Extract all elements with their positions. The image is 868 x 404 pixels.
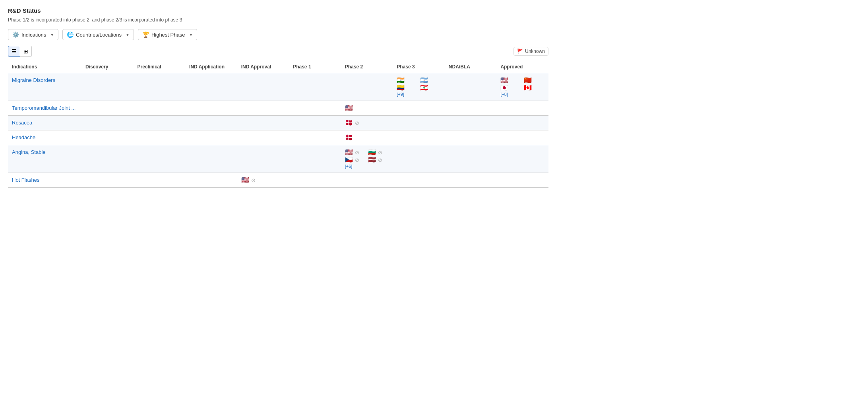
phase3-cell — [393, 101, 445, 116]
ind-application-cell — [185, 173, 237, 188]
phase2-cell — [341, 73, 393, 101]
indication-link[interactable]: Rosacea — [12, 120, 32, 126]
indication-link[interactable]: Headache — [12, 134, 35, 140]
table-row: Angina, Stable 🇺🇸 ⊘ 🇧🇬 ⊘ — [8, 145, 548, 173]
phase1-cell — [289, 73, 341, 101]
indication-link[interactable]: Temporomandibular Joint ... — [12, 105, 76, 111]
flag-item: 🇺🇸 — [500, 77, 521, 84]
ind-approval-cell — [237, 145, 289, 173]
preclinical-cell — [134, 145, 186, 173]
preclinical-cell — [134, 101, 186, 116]
phase1-cell — [289, 145, 341, 173]
filter-icon: 🏆 — [142, 31, 149, 38]
blocked-icon: ⊘ — [378, 157, 382, 163]
indication-cell: Temporomandibular Joint ... — [8, 101, 81, 116]
rd-status-table: Indications Discovery Preclinical IND Ap… — [8, 61, 548, 188]
table-row: Hot Flashes 🇺🇸 ⊘ — [8, 173, 548, 188]
filter-highest-phase[interactable]: 🏆 Highest Phase ▼ — [138, 29, 197, 40]
more-approved-link[interactable]: [+8] — [500, 92, 544, 97]
grid-view-button[interactable]: ⊞ — [20, 46, 32, 57]
indication-cell: Hot Flashes — [8, 173, 81, 188]
flag-icon: 🚩 — [517, 49, 523, 54]
phase1-cell — [289, 116, 341, 130]
nda-cell — [445, 130, 497, 145]
flags-container: 🇮🇳 🇦🇷 🇨🇴 🇱🇧 — [397, 77, 441, 91]
nda-cell — [445, 116, 497, 130]
page-title: R&D Status — [8, 7, 548, 14]
phase3-cell: 🇮🇳 🇦🇷 🇨🇴 🇱🇧 [+9] — [393, 73, 445, 101]
toolbar: ☰ ⊞ 🚩 Unknown — [8, 46, 548, 57]
filter-indications[interactable]: ⚙️ Indications ▼ — [8, 29, 58, 40]
approved-cell — [496, 173, 548, 188]
flag-item: 🇺🇸 ⊘ — [345, 149, 366, 155]
flags-container: 🇩🇰 — [345, 134, 389, 141]
col-preclinical: Preclinical — [134, 61, 186, 73]
flag-item: 🇦🇷 — [420, 77, 441, 84]
flags-container: 🇺🇸 ⊘ 🇧🇬 ⊘ 🇨🇿 ⊘ 🇱🇻 — [345, 149, 389, 163]
flag-india: 🇮🇳 — [397, 77, 405, 84]
ind-approval-cell: 🇺🇸 ⊘ — [237, 173, 289, 188]
view-toggle-group: ☰ ⊞ — [8, 46, 32, 57]
filter-highest-phase-label: Highest Phase — [151, 32, 185, 38]
flag-denmark: 🇩🇰 — [345, 120, 354, 126]
approved-flags-container: 🇺🇸 🇨🇳 🇯🇵 🇨🇦 — [500, 77, 544, 91]
blocked-icon: ⊘ — [378, 150, 382, 155]
indication-cell: Headache — [8, 130, 81, 145]
approved-cell — [496, 145, 548, 173]
flag-canada: 🇨🇦 — [524, 85, 533, 91]
grid-icon: ⊞ — [23, 48, 28, 54]
flag-item: 🇨🇳 — [524, 77, 544, 84]
col-phase3: Phase 3 — [393, 61, 445, 73]
table-row: Temporomandibular Joint ... 🇺🇸 — [8, 101, 548, 116]
flags-container: 🇩🇰 ⊘ — [345, 120, 389, 126]
phase3-cell — [393, 130, 445, 145]
flags-container: 🇺🇸 — [345, 105, 389, 111]
indication-link[interactable]: Migraine Disorders — [12, 77, 55, 83]
phase1-cell — [289, 130, 341, 145]
flag-colombia: 🇨🇴 — [397, 85, 405, 91]
ind-application-cell — [185, 73, 237, 101]
more-flags-link[interactable]: [+6] — [345, 164, 389, 169]
preclinical-cell — [134, 130, 186, 145]
globe-icon: 🌐 — [67, 31, 74, 38]
phase1-cell — [289, 101, 341, 116]
flag-bulgaria: 🇧🇬 — [368, 149, 377, 155]
filter-indications-label: Indications — [21, 32, 46, 38]
phase2-cell: 🇩🇰 ⊘ — [341, 116, 393, 130]
chevron-down-icon-2: ▼ — [126, 33, 130, 37]
nda-cell — [445, 101, 497, 116]
blocked-icon: ⊘ — [355, 120, 359, 126]
ind-approval-cell — [237, 73, 289, 101]
flag-item: 🇯🇵 — [500, 85, 521, 91]
phase2-cell: 🇺🇸 — [341, 101, 393, 116]
preclinical-cell — [134, 116, 186, 130]
approved-cell — [496, 101, 548, 116]
approved-cell: 🇺🇸 🇨🇳 🇯🇵 🇨🇦 [+8] — [496, 73, 548, 101]
phase2-cell: 🇺🇸 ⊘ 🇧🇬 ⊘ 🇨🇿 ⊘ 🇱🇻 — [341, 145, 393, 173]
col-indications: Indications — [8, 61, 81, 73]
filter-bar: ⚙️ Indications ▼ 🌐 Countries/Locations ▼… — [8, 29, 548, 40]
preclinical-cell — [134, 173, 186, 188]
col-phase1: Phase 1 — [289, 61, 341, 73]
indication-link[interactable]: Hot Flashes — [12, 177, 39, 183]
filter-countries-label: Countries/Locations — [76, 32, 122, 38]
discovery-cell — [81, 116, 134, 130]
discovery-cell — [81, 145, 134, 173]
ind-application-cell — [185, 145, 237, 173]
nda-cell — [445, 145, 497, 173]
flag-usa: 🇺🇸 — [241, 177, 250, 183]
unknown-legend: 🚩 Unknown — [513, 47, 548, 56]
nda-cell — [445, 73, 497, 101]
more-flags-link[interactable]: [+9] — [397, 92, 441, 97]
filter-countries[interactable]: 🌐 Countries/Locations ▼ — [62, 29, 134, 40]
table-row: Migraine Disorders 🇮🇳 🇦🇷 🇨🇴 🇱🇧 [+9] — [8, 73, 548, 101]
blocked-icon: ⊘ — [355, 150, 359, 155]
indication-link[interactable]: Angina, Stable — [12, 149, 46, 155]
phase1-cell — [289, 173, 341, 188]
discovery-cell — [81, 101, 134, 116]
list-view-button[interactable]: ☰ — [8, 46, 20, 57]
preclinical-cell — [134, 73, 186, 101]
flag-usa: 🇺🇸 — [500, 77, 509, 84]
phase2-cell: 🇩🇰 — [341, 130, 393, 145]
discovery-cell — [81, 73, 134, 101]
